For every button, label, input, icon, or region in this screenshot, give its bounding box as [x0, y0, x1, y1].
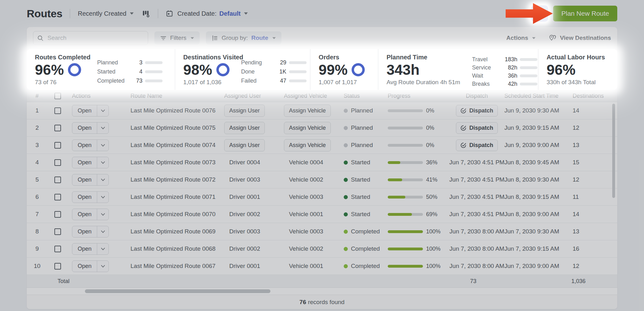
open-split-button[interactable]: Open: [72, 191, 109, 203]
breakdown-value: 82h: [503, 64, 517, 71]
scheduled-start-time: Jun 8, 2030 9:00 AM: [504, 211, 569, 218]
open-button[interactable]: Open: [72, 243, 97, 254]
horizontal-scrollbar[interactable]: [27, 288, 617, 295]
filters-button[interactable]: Filters: [154, 31, 200, 45]
kpi-breakdown-row: Travel 183h: [472, 56, 538, 63]
open-split-button[interactable]: Open: [72, 139, 109, 151]
scheduled-start-time: Jun 7, 2030 9:00 AM: [504, 263, 569, 270]
breakdown-value: 73: [129, 78, 142, 84]
open-button[interactable]: Open: [72, 123, 97, 134]
row-checkbox[interactable]: [54, 125, 61, 131]
open-dropdown-toggle[interactable]: [97, 157, 108, 168]
breakdown-label: Completed: [97, 78, 126, 84]
open-split-button[interactable]: Open: [72, 226, 109, 237]
dispatch-button[interactable]: Dispatch: [456, 122, 497, 134]
open-dropdown-toggle[interactable]: [97, 105, 108, 116]
open-dropdown-toggle[interactable]: [97, 261, 108, 272]
assign-user-button[interactable]: Assign User: [224, 122, 265, 134]
route-name: Last Mile Optimized Route 0075: [130, 124, 221, 131]
progress-percent: 100%: [426, 263, 441, 270]
row-checkbox[interactable]: [54, 159, 61, 166]
dispatch-cell: Jun 7, 2030 4:51 PM: [449, 176, 504, 183]
horizontal-scrollbar-thumb[interactable]: [85, 289, 270, 293]
row-checkbox[interactable]: [54, 263, 61, 270]
open-button[interactable]: Open: [72, 140, 97, 151]
open-button[interactable]: Open: [72, 261, 97, 272]
open-dropdown-toggle[interactable]: [97, 243, 108, 254]
row-number: 9: [27, 245, 47, 252]
group-by-button[interactable]: Group by: Route: [206, 31, 281, 45]
open-dropdown-toggle[interactable]: [97, 226, 108, 237]
sort-dropdown-label: Recently Created: [78, 10, 126, 17]
assign-user-button[interactable]: Assign User: [224, 139, 265, 151]
assign-user-button[interactable]: Assign User: [224, 105, 265, 117]
row-checkbox[interactable]: [54, 228, 61, 235]
progress-bar: [388, 196, 423, 199]
assigned-vehicle: Vehicle 0004: [284, 159, 323, 166]
open-button[interactable]: Open: [72, 174, 97, 185]
open-split-button[interactable]: Open: [72, 122, 109, 134]
open-dropdown-toggle[interactable]: [97, 192, 108, 203]
created-date-dropdown[interactable]: Created Date: Default: [166, 10, 248, 17]
status-dot: [344, 143, 348, 147]
open-split-button[interactable]: Open: [72, 209, 109, 220]
assigned-vehicle: Vehicle 0001: [284, 263, 323, 270]
assigned-user: Driver 0001: [224, 194, 260, 200]
status-dot: [344, 109, 348, 113]
dispatch-button[interactable]: Dispatch: [456, 139, 497, 151]
open-button[interactable]: Open: [72, 105, 97, 116]
open-button[interactable]: Open: [72, 209, 97, 220]
status-label: Completed: [351, 263, 380, 270]
open-button[interactable]: Open: [72, 226, 97, 237]
assign-vehicle-button[interactable]: Assign Vehicle: [284, 122, 331, 134]
row-checkbox[interactable]: [54, 142, 61, 149]
assign-vehicle-button[interactable]: Assign Vehicle: [284, 139, 331, 151]
open-button[interactable]: Open: [72, 157, 97, 168]
open-dropdown-toggle[interactable]: [97, 123, 108, 134]
columns-settings-button[interactable]: [142, 9, 150, 18]
search-box[interactable]: [33, 31, 148, 45]
status-cell: Completed: [341, 228, 388, 235]
kpi-sub-value: Avg Route Duration 4h 51m: [386, 79, 470, 86]
dispatch-button[interactable]: Dispatch: [456, 105, 497, 117]
row-checkbox[interactable]: [54, 177, 61, 183]
dispatch-cell: Jun 7, 2030 8:00 AM: [449, 245, 504, 252]
plan-new-route-button[interactable]: Plan New Route: [553, 6, 617, 21]
open-dropdown-toggle[interactable]: [97, 140, 108, 151]
actions-dropdown[interactable]: Actions: [506, 35, 536, 41]
view-destinations-button[interactable]: View Destinations: [549, 34, 611, 42]
open-split-button[interactable]: Open: [72, 243, 109, 255]
destinations-count: 12: [569, 176, 610, 183]
row-checkbox[interactable]: [54, 246, 61, 252]
open-dropdown-toggle[interactable]: [97, 174, 108, 185]
sort-dropdown[interactable]: Recently Created: [78, 10, 134, 17]
progress-bar: [388, 161, 423, 164]
progress-percent: 50%: [426, 194, 437, 200]
progress-cell: 41%: [388, 177, 449, 183]
row-checkbox-cell: [47, 159, 68, 166]
row-checkbox[interactable]: [54, 194, 61, 200]
open-dropdown-toggle[interactable]: [97, 209, 108, 220]
open-button[interactable]: Open: [72, 192, 97, 203]
kpi-breakdown-row: Breaks 42h: [472, 81, 538, 87]
row-checkbox[interactable]: [54, 211, 61, 218]
assigned-user: Driver 0004: [224, 159, 260, 166]
row-checkbox[interactable]: [54, 107, 61, 114]
open-split-button[interactable]: Open: [72, 105, 109, 117]
status-cell: Planned: [341, 142, 388, 149]
select-all-checkbox[interactable]: [54, 93, 61, 99]
open-split-button[interactable]: Open: [72, 157, 109, 168]
open-split-button[interactable]: Open: [72, 260, 109, 272]
assign-vehicle-button[interactable]: Assign Vehicle: [284, 105, 331, 117]
group-by-icon: [212, 35, 218, 41]
assigned-vehicle: Vehicle 0003: [284, 194, 323, 200]
row-actions-cell: Open: [68, 260, 130, 272]
column-header: Actions: [68, 93, 130, 99]
map-pins-icon: [549, 34, 557, 42]
search-input[interactable]: [47, 34, 144, 42]
progress-bar: [388, 248, 423, 250]
breakdown-bar: [145, 79, 163, 82]
breakdown-label: Wait: [472, 73, 501, 79]
open-split-button[interactable]: Open: [72, 174, 109, 186]
vertical-scrollbar-thumb[interactable]: [612, 104, 615, 198]
